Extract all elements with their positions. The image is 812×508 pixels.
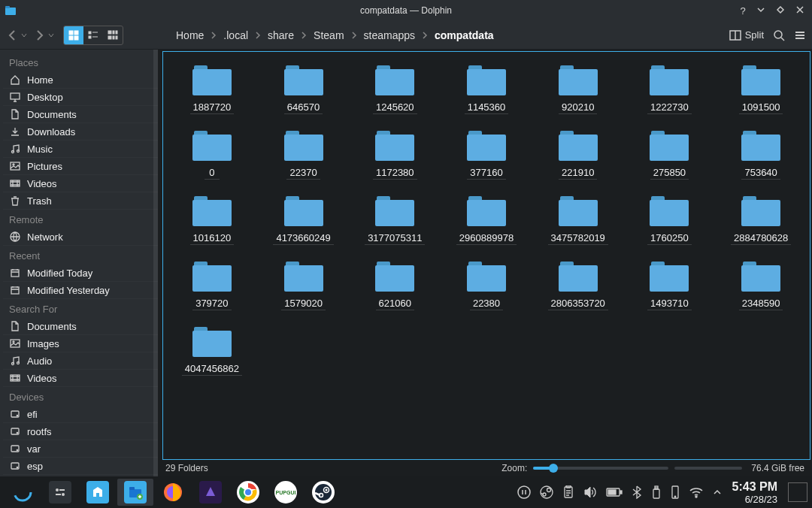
- bluetooth-icon[interactable]: [632, 485, 642, 499]
- folder-item[interactable]: 4047456862: [168, 324, 256, 379]
- back-more-icon[interactable]: [21, 32, 27, 38]
- sidebar-item-home[interactable]: Home: [3, 71, 158, 89]
- folder-item[interactable]: 1145360: [442, 62, 531, 117]
- sidebar-scrollbar[interactable]: [153, 50, 158, 476]
- folder-item[interactable]: 1760250: [626, 193, 714, 248]
- sidebar-item-documents[interactable]: Documents: [3, 318, 158, 335]
- svg-point-29: [17, 362, 20, 364]
- breadcrumb-home[interactable]: Home: [173, 28, 207, 43]
- sidebar-item-efi[interactable]: efi: [3, 406, 158, 423]
- sidebar-item-var[interactable]: var: [3, 440, 158, 458]
- folder-item[interactable]: 2348590: [717, 259, 805, 313]
- sidebar-item-videos[interactable]: Videos: [3, 175, 158, 192]
- sidebar-item-trash[interactable]: Trash: [3, 192, 158, 210]
- breadcrumb-steamapps[interactable]: steamapps: [361, 28, 418, 43]
- zoom-control: Zoom:: [501, 463, 742, 473]
- folder-icon: [650, 65, 689, 95]
- folder-item[interactable]: 2960889978: [442, 193, 531, 248]
- media-pause-icon[interactable]: [517, 485, 531, 499]
- tray-expand-icon[interactable]: [713, 488, 722, 497]
- sidebar-item-modified-today[interactable]: Modified Today: [3, 265, 158, 282]
- pupgui-app[interactable]: PUPGUI: [268, 479, 304, 506]
- sidebar-item-videos[interactable]: Videos: [3, 370, 158, 387]
- music-icon: [9, 355, 21, 367]
- steam-app[interactable]: [305, 479, 341, 506]
- folder-item[interactable]: 379720: [168, 259, 256, 313]
- sidebar-item-network[interactable]: Network: [3, 228, 158, 246]
- folder-item[interactable]: 2884780628: [717, 193, 805, 248]
- folder-item[interactable]: 377160: [442, 128, 531, 183]
- folder-item[interactable]: 1016120: [168, 193, 256, 248]
- sidebar-item-images[interactable]: Images: [3, 335, 158, 352]
- folder-item[interactable]: 22380: [442, 259, 531, 313]
- search-button[interactable]: [773, 29, 785, 41]
- folder-item[interactable]: 221910: [534, 128, 623, 183]
- folder-item[interactable]: 1887720: [168, 62, 256, 117]
- svg-point-38: [17, 467, 17, 467]
- dolphin-app[interactable]: [117, 479, 153, 506]
- folder-item[interactable]: 920210: [534, 62, 623, 117]
- firefox-app[interactable]: [155, 479, 191, 506]
- usb-icon[interactable]: [651, 485, 662, 499]
- folder-item[interactable]: 0: [168, 128, 256, 183]
- sidebar-item-modified-yesterday[interactable]: Modified Yesterday: [3, 282, 158, 299]
- proton-app[interactable]: [192, 479, 229, 506]
- folder-item[interactable]: 3177075311: [350, 193, 439, 248]
- folder-item[interactable]: 4173660249: [259, 193, 348, 248]
- icons-view-button[interactable]: [64, 26, 83, 44]
- breadcrumb-compatdata[interactable]: compatdata: [432, 28, 497, 43]
- folder-item[interactable]: 1222730: [626, 62, 714, 117]
- breadcrumb-share[interactable]: share: [265, 28, 297, 43]
- steam-tray-icon[interactable]: [540, 485, 553, 499]
- app-launcher[interactable]: [5, 479, 41, 506]
- clipboard-icon[interactable]: [562, 485, 574, 499]
- folder-item[interactable]: 621060: [350, 259, 439, 313]
- wifi-icon[interactable]: [689, 486, 704, 498]
- breadcrumb-.local[interactable]: .local: [220, 28, 251, 43]
- back-button[interactable]: [6, 29, 20, 42]
- split-button[interactable]: Split: [729, 29, 764, 41]
- folder-item[interactable]: 1172380: [350, 128, 439, 183]
- folder-item[interactable]: 753640: [717, 128, 805, 183]
- folder-item[interactable]: 1579020: [259, 259, 348, 313]
- split-label: Split: [745, 29, 764, 41]
- settings-app[interactable]: [42, 479, 78, 506]
- folder-item[interactable]: 1245620: [350, 62, 439, 117]
- minimize-icon[interactable]: [756, 5, 768, 17]
- breadcrumb-steam[interactable]: Steam: [311, 28, 347, 43]
- folder-item[interactable]: 1091500: [717, 62, 805, 117]
- maximize-icon[interactable]: [776, 5, 788, 17]
- view-mode-toggle: [63, 26, 123, 45]
- sidebar-item-label: Videos: [27, 178, 57, 189]
- compact-view-button[interactable]: [83, 26, 103, 44]
- volume-icon[interactable]: [583, 485, 597, 499]
- clock[interactable]: 5:43 PM 6/28/23: [728, 479, 782, 506]
- discover-app[interactable]: [80, 479, 116, 506]
- folder-item[interactable]: 2806353720: [534, 259, 623, 313]
- breadcrumb-separator: [254, 32, 262, 39]
- battery-icon[interactable]: [606, 487, 623, 497]
- folder-item[interactable]: 646570: [259, 62, 348, 117]
- sidebar-item-rootfs[interactable]: rootfs: [3, 423, 158, 440]
- folder-item[interactable]: 3475782019: [534, 193, 623, 248]
- show-desktop-button[interactable]: [788, 482, 807, 502]
- zoom-slider[interactable]: [533, 467, 668, 470]
- sidebar-item-desktop[interactable]: Desktop: [3, 89, 158, 106]
- folder-item[interactable]: 275850: [626, 128, 714, 183]
- help-icon[interactable]: ?: [737, 5, 749, 17]
- folder-view[interactable]: 1887720646570124562011453609202101222730…: [162, 51, 810, 460]
- phone-icon[interactable]: [671, 485, 680, 499]
- zoom-slider-secondary[interactable]: [674, 467, 742, 470]
- sidebar-item-esp[interactable]: esp: [3, 458, 158, 475]
- sidebar-item-music[interactable]: Music: [3, 141, 158, 158]
- menu-button[interactable]: [794, 29, 806, 41]
- details-view-button[interactable]: [103, 26, 123, 44]
- sidebar-item-pictures[interactable]: Pictures: [3, 158, 158, 175]
- chrome-app[interactable]: [230, 479, 266, 506]
- close-icon[interactable]: [795, 5, 807, 17]
- sidebar-item-downloads[interactable]: Downloads: [3, 123, 158, 141]
- sidebar-item-audio[interactable]: Audio: [3, 352, 158, 370]
- sidebar-item-documents[interactable]: Documents: [3, 106, 158, 123]
- folder-item[interactable]: 22370: [259, 128, 348, 183]
- folder-item[interactable]: 1493710: [626, 259, 714, 313]
